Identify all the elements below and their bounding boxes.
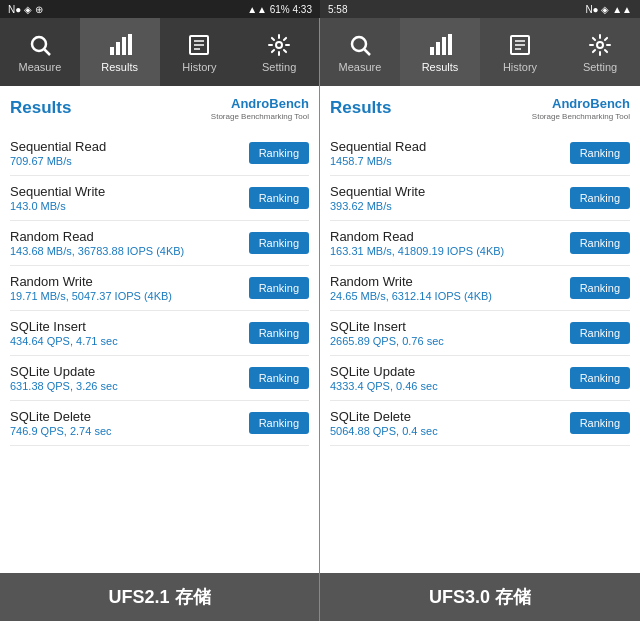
table-row: SQLite Insert 2665.89 QPS, 0.76 sec Rank…: [330, 311, 630, 356]
status-left-text: N● ◈ ⊕: [8, 4, 43, 15]
status-bar-left: N● ◈ ⊕ ▲▲ 61% 4:33: [0, 0, 320, 18]
result-info: SQLite Insert 434.64 QPS, 4.71 sec: [10, 319, 241, 347]
table-row: Random Read 163.31 MB/s, 41809.19 IOPS (…: [330, 221, 630, 266]
ranking-button[interactable]: Ranking: [570, 322, 630, 344]
result-name: Sequential Write: [330, 184, 562, 199]
nav-item-results-left[interactable]: Results: [80, 18, 160, 86]
result-value: 24.65 MB/s, 6312.14 IOPS (4KB): [330, 290, 562, 302]
nav-item-results-right[interactable]: Results: [400, 18, 480, 86]
result-name: Random Read: [10, 229, 241, 244]
logo-subtitle-left: Storage Benchmarking Tool: [211, 112, 309, 121]
footer-label-left: UFS2.1 存储: [0, 573, 319, 621]
result-info: Random Read 163.31 MB/s, 41809.19 IOPS (…: [330, 229, 562, 257]
ranking-button[interactable]: Ranking: [249, 412, 309, 434]
results-title-right: Results: [330, 98, 391, 118]
nav-label-history-left: History: [182, 61, 216, 73]
result-value: 143.0 MB/s: [10, 200, 241, 212]
ranking-button[interactable]: Ranking: [570, 232, 630, 254]
nav-label-measure-left: Measure: [18, 61, 61, 73]
result-value: 5064.88 QPS, 0.4 sec: [330, 425, 562, 437]
androbench-logo-right: AndroBench Storage Benchmarking Tool: [532, 94, 630, 121]
table-row: SQLite Insert 434.64 QPS, 4.71 sec Ranki…: [10, 311, 309, 356]
nav-item-setting-left[interactable]: Setting: [239, 18, 319, 86]
result-info: Sequential Write 143.0 MB/s: [10, 184, 241, 212]
result-info: SQLite Delete 5064.88 QPS, 0.4 sec: [330, 409, 562, 437]
ranking-button[interactable]: Ranking: [249, 367, 309, 389]
nav-item-measure-left[interactable]: Measure: [0, 18, 80, 86]
result-info: SQLite Insert 2665.89 QPS, 0.76 sec: [330, 319, 562, 347]
svg-point-11: [352, 37, 366, 51]
ranking-button[interactable]: Ranking: [249, 187, 309, 209]
result-info: Random Write 24.65 MB/s, 6312.14 IOPS (4…: [330, 274, 562, 302]
result-value: 2665.89 QPS, 0.76 sec: [330, 335, 562, 347]
ranking-button[interactable]: Ranking: [249, 277, 309, 299]
nav-bar-left: Measure Results History Setting: [0, 18, 319, 86]
result-info: Sequential Read 709.67 MB/s: [10, 139, 241, 167]
nav-label-results-right: Results: [422, 61, 459, 73]
ranking-button[interactable]: Ranking: [570, 412, 630, 434]
table-row: SQLite Delete 5064.88 QPS, 0.4 sec Ranki…: [330, 401, 630, 446]
result-info: SQLite Update 4333.4 QPS, 0.46 sec: [330, 364, 562, 392]
result-value: 746.9 QPS, 2.74 sec: [10, 425, 241, 437]
result-info: SQLite Update 631.38 QPS, 3.26 sec: [10, 364, 241, 392]
result-name: Random Write: [10, 274, 241, 289]
result-info: Random Write 19.71 MB/s, 5047.37 IOPS (4…: [10, 274, 241, 302]
svg-rect-3: [116, 42, 120, 55]
nav-label-history-right: History: [503, 61, 537, 73]
ranking-button[interactable]: Ranking: [570, 142, 630, 164]
result-name: SQLite Update: [10, 364, 241, 379]
nav-item-setting-right[interactable]: Setting: [560, 18, 640, 86]
results-title-left: Results: [10, 98, 71, 118]
nav-item-history-right[interactable]: History: [480, 18, 560, 86]
nav-bar-right: Measure Results History Setting: [320, 18, 640, 86]
result-value: 393.62 MB/s: [330, 200, 562, 212]
svg-rect-15: [442, 37, 446, 55]
result-value: 709.67 MB/s: [10, 155, 241, 167]
footer-label-right: UFS3.0 存储: [320, 573, 640, 621]
svg-rect-14: [436, 42, 440, 55]
nav-label-results-left: Results: [101, 61, 138, 73]
status-right-icons: N● ◈ ▲▲: [585, 4, 632, 15]
result-value: 434.64 QPS, 4.71 sec: [10, 335, 241, 347]
logo-text-right: AndroBench: [552, 96, 630, 111]
ranking-button[interactable]: Ranking: [570, 277, 630, 299]
svg-point-0: [32, 37, 46, 51]
status-bar-right: 5:58 N● ◈ ▲▲: [320, 0, 640, 18]
table-row: Sequential Write 393.62 MB/s Ranking: [330, 176, 630, 221]
svg-line-1: [44, 50, 50, 56]
result-value: 1458.7 MB/s: [330, 155, 562, 167]
result-value: 4333.4 QPS, 0.46 sec: [330, 380, 562, 392]
nav-item-history-left[interactable]: History: [160, 18, 240, 86]
svg-line-12: [365, 50, 371, 56]
ranking-button[interactable]: Ranking: [570, 187, 630, 209]
panel-right: Measure Results History Setting Results …: [320, 18, 640, 621]
table-row: Sequential Write 143.0 MB/s Ranking: [10, 176, 309, 221]
ranking-button[interactable]: Ranking: [249, 232, 309, 254]
result-name: Random Read: [330, 229, 562, 244]
logo-subtitle-right: Storage Benchmarking Tool: [532, 112, 630, 121]
svg-rect-5: [128, 34, 132, 55]
svg-rect-16: [448, 34, 452, 55]
result-name: Sequential Read: [10, 139, 241, 154]
ranking-button[interactable]: Ranking: [570, 367, 630, 389]
svg-rect-4: [122, 37, 126, 55]
results-list-left: Sequential Read 709.67 MB/s Ranking Sequ…: [10, 131, 309, 446]
svg-point-21: [597, 42, 603, 48]
svg-rect-13: [430, 47, 434, 55]
result-info: Sequential Read 1458.7 MB/s: [330, 139, 562, 167]
nav-item-measure-right[interactable]: Measure: [320, 18, 400, 86]
svg-point-10: [276, 42, 282, 48]
ranking-button[interactable]: Ranking: [249, 322, 309, 344]
logo-text-left: AndroBench: [231, 96, 309, 111]
svg-rect-2: [110, 47, 114, 55]
table-row: Sequential Read 709.67 MB/s Ranking: [10, 131, 309, 176]
nav-label-setting-right: Setting: [583, 61, 617, 73]
ranking-button[interactable]: Ranking: [249, 142, 309, 164]
result-info: Sequential Write 393.62 MB/s: [330, 184, 562, 212]
status-right-time: 5:58: [328, 4, 347, 15]
result-name: SQLite Delete: [10, 409, 241, 424]
nav-label-measure-right: Measure: [339, 61, 382, 73]
nav-label-setting-left: Setting: [262, 61, 296, 73]
result-name: Sequential Read: [330, 139, 562, 154]
panel-left: Measure Results History Setting Results …: [0, 18, 320, 621]
